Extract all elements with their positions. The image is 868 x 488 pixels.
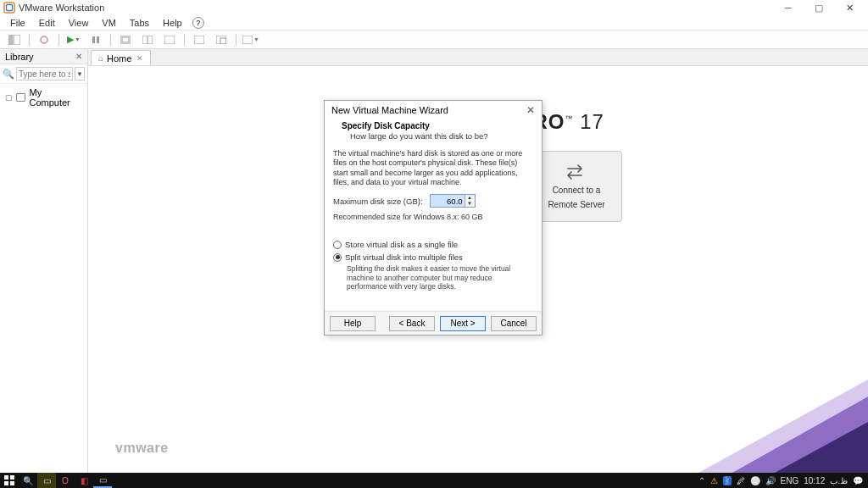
library-title: Library xyxy=(5,52,34,62)
tray-language[interactable]: ENG xyxy=(781,476,799,485)
library-search-input[interactable] xyxy=(16,67,73,80)
dialog-subheading: How large do you want this disk to be? xyxy=(342,131,525,141)
svg-rect-18 xyxy=(4,481,8,485)
expand-icon[interactable]: ▢ xyxy=(5,93,13,102)
library-header: Library ✕ xyxy=(0,49,87,64)
radio-single-file[interactable]: Store virtual disk as a single file xyxy=(333,240,533,249)
system-tray: ⌃ ⚠ ᛒ 🖉 ⚪ 🔊 ENG 10:12 ظ.ب 💬 xyxy=(698,476,868,485)
menu-bar: File Edit View VM Tabs Help ? xyxy=(0,15,868,30)
spin-down-button[interactable]: ▼ xyxy=(465,201,475,207)
back-button[interactable]: < Back xyxy=(389,316,435,331)
menu-help[interactable]: Help xyxy=(156,16,189,30)
tray-warning-icon[interactable]: ⚠ xyxy=(710,476,718,485)
svg-rect-2 xyxy=(8,35,13,45)
window-titlebar: VMware Workstation ─ ▢ ✕ xyxy=(0,0,868,15)
radio-label: Store virtual disk as a single file xyxy=(345,240,458,249)
svg-rect-11 xyxy=(164,36,175,44)
dialog-close-button[interactable]: ✕ xyxy=(526,104,535,116)
search-dropdown-button[interactable]: ▼ xyxy=(75,67,85,80)
minimize-button[interactable]: ─ xyxy=(773,1,804,14)
search-button[interactable]: 🔍 xyxy=(19,473,37,488)
unity-button[interactable] xyxy=(212,32,231,47)
power-off-icon[interactable] xyxy=(35,32,53,47)
fullscreen-button[interactable] xyxy=(190,32,209,47)
menu-edit[interactable]: Edit xyxy=(32,16,62,30)
chevron-down-icon[interactable]: ▼ xyxy=(253,36,259,42)
thumbnail-button[interactable]: ▼ xyxy=(242,32,260,47)
tab-home[interactable]: ⌂ Home ✕ xyxy=(91,50,151,65)
menu-tabs[interactable]: Tabs xyxy=(123,16,156,30)
tray-clock[interactable]: 10:12 xyxy=(804,476,825,485)
svg-rect-1 xyxy=(7,5,13,11)
window-title: VMware Workstation xyxy=(19,3,104,13)
snapshot-button[interactable] xyxy=(116,32,135,47)
svg-rect-13 xyxy=(216,36,226,44)
help-button[interactable]: Help xyxy=(330,316,376,331)
help-bubble-icon[interactable]: ? xyxy=(192,17,204,29)
library-toggle-button[interactable] xyxy=(5,32,24,47)
power-on-button[interactable]: ▶▼ xyxy=(64,32,83,47)
max-disk-size-input[interactable] xyxy=(431,195,465,207)
tray-volume-icon[interactable]: 🔊 xyxy=(765,476,776,485)
chevron-down-icon[interactable]: ▼ xyxy=(75,36,81,42)
maximize-button[interactable]: ▢ xyxy=(804,1,834,14)
taskbar-app-obs[interactable]: ◧ xyxy=(75,473,93,488)
computer-icon xyxy=(16,93,25,102)
svg-rect-6 xyxy=(97,36,99,43)
tray-wifi-icon[interactable]: ⚪ xyxy=(750,476,760,485)
svg-rect-3 xyxy=(14,35,20,45)
tile-label-line1: Connect to a xyxy=(553,186,601,195)
tray-usb-icon[interactable]: 🖉 xyxy=(737,476,745,485)
revert-button[interactable] xyxy=(160,32,179,47)
search-icon: 🔍 xyxy=(3,69,14,80)
tray-ampm: ظ.ب xyxy=(830,476,848,485)
cancel-button[interactable]: Cancel xyxy=(491,316,537,331)
radio-button-selected[interactable] xyxy=(333,253,342,262)
tab-strip: ⌂ Home ✕ xyxy=(88,49,868,66)
taskbar-app-explorer[interactable]: ▭ xyxy=(37,473,56,488)
split-note-text: Splitting the disk makes it easier to mo… xyxy=(333,262,533,291)
tree-item-my-computer[interactable]: ▢ My Computer xyxy=(0,84,87,111)
tray-bluetooth-icon[interactable]: ᛒ xyxy=(723,476,732,485)
recommended-size-text: Recommended size for Windows 8.x: 60 GB xyxy=(333,213,533,221)
vmware-logo: vmware xyxy=(115,441,169,456)
spin-up-button[interactable]: ▲ xyxy=(465,195,475,201)
menu-view[interactable]: View xyxy=(62,16,96,30)
start-button[interactable] xyxy=(0,473,19,488)
windows-taskbar: 🔍 ▭ O ◧ ▭ ⌃ ⚠ ᛒ 🖉 ⚪ 🔊 ENG 10:12 ظ.ب 💬 xyxy=(0,473,868,488)
new-vm-wizard-dialog: New Virtual Machine Wizard ✕ Specify Dis… xyxy=(324,100,542,336)
radio-button[interactable] xyxy=(333,241,342,249)
tray-chevron-icon[interactable]: ⌃ xyxy=(698,476,705,485)
max-disk-size-spinner[interactable]: ▲▼ xyxy=(430,194,476,208)
svg-rect-5 xyxy=(92,36,95,43)
notifications-icon[interactable]: 💬 xyxy=(853,476,863,485)
taskbar-app-opera[interactable]: O xyxy=(56,473,75,488)
radio-label: Split virtual disk into multiple files xyxy=(345,252,463,262)
svg-rect-19 xyxy=(10,481,14,485)
suspend-button[interactable] xyxy=(86,32,105,47)
taskbar-app-vmware[interactable]: ▭ xyxy=(93,473,112,488)
svg-rect-15 xyxy=(242,36,253,44)
tree-item-label: My Computer xyxy=(29,87,82,108)
menu-vm[interactable]: VM xyxy=(95,16,123,30)
tile-label-line2: Remote Server xyxy=(548,200,604,209)
svg-rect-12 xyxy=(194,36,204,44)
close-button[interactable]: ✕ xyxy=(834,1,865,14)
vmware-icon xyxy=(3,2,15,14)
toolbar: ▶▼ ▼ xyxy=(0,30,868,49)
svg-rect-14 xyxy=(220,38,226,44)
tile-connect-server[interactable]: Connect to a Remote Server xyxy=(531,151,622,222)
library-panel: Library ✕ 🔍 ▼ ▢ My Computer xyxy=(0,49,88,473)
decorative-triangle xyxy=(775,422,868,473)
radio-split-files[interactable]: Split virtual disk into multiple files xyxy=(333,252,533,262)
close-panel-icon[interactable]: ✕ xyxy=(75,52,82,61)
next-button[interactable]: Next > xyxy=(440,316,486,331)
dialog-paragraph: The virtual machine's hard disk is store… xyxy=(333,149,533,187)
home-icon: ⌂ xyxy=(98,53,103,63)
snapshot-manager-button[interactable] xyxy=(138,32,157,47)
svg-rect-0 xyxy=(4,3,14,13)
max-disk-size-label: Maximum disk size (GB): xyxy=(333,197,423,206)
menu-file[interactable]: File xyxy=(3,16,32,30)
dialog-title: New Virtual Machine Wizard xyxy=(331,105,448,115)
tab-close-icon[interactable]: ✕ xyxy=(136,54,143,63)
